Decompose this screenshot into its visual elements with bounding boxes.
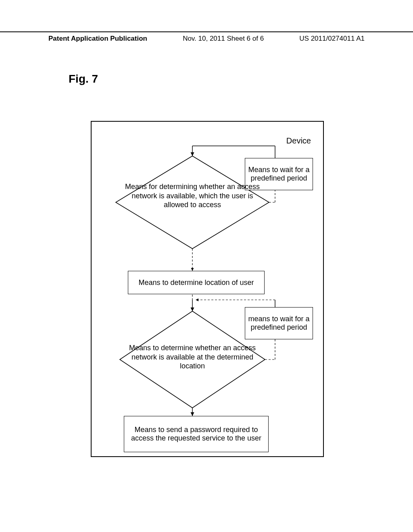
svg-marker-1: [120, 311, 265, 408]
decision-2-text: Means to determine whether an access net…: [120, 343, 265, 371]
header-left: Patent Application Publication: [48, 35, 147, 43]
wait-box-2: means to wait for a predefined period: [245, 307, 313, 339]
diagram-container: Device Means to wait for a predefined pe…: [91, 121, 324, 457]
decision-1-text: Means for determining whether an access …: [120, 182, 265, 210]
device-label: Device: [286, 136, 311, 145]
wait-box-1: Means to wait for a predefined period: [245, 158, 313, 190]
page-header: Patent Application Publication Nov. 10, …: [0, 31, 413, 43]
header-right: US 2011/0274011 A1: [299, 35, 365, 43]
location-box: Means to determine location of user: [128, 271, 265, 294]
header-center: Nov. 10, 2011 Sheet 6 of 6: [183, 35, 264, 43]
send-box: Means to send a password required to acc…: [124, 416, 269, 452]
figure-label: Fig. 7: [69, 73, 98, 85]
